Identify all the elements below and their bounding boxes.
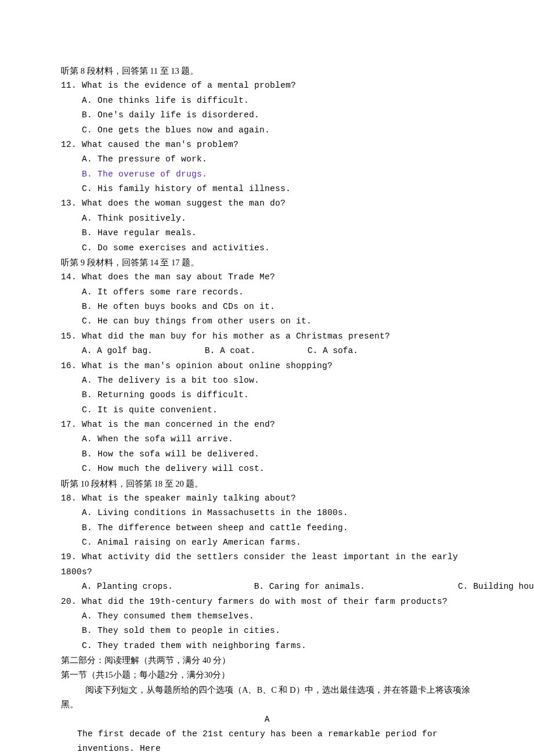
q16-stem: 16. What is the man's opinion about onli…: [61, 359, 473, 373]
part2-subheading: 第一节（共15小题；每小题2分，满分30分）: [61, 668, 473, 682]
q18-option-c: C. Animal raising on early American farm…: [61, 535, 473, 550]
q15-option-c: C. A sofa.: [308, 344, 358, 358]
q20-stem: 20. What did the 19th-century farmers do…: [61, 595, 473, 609]
q11-option-c: C. One gets the blues now and again.: [61, 123, 473, 138]
q20-option-c: C. They traded them with neighboring far…: [61, 639, 473, 653]
q19-option-b: B. Caring for animals.: [254, 579, 365, 594]
q13-option-b: B. Have regular meals.: [61, 226, 473, 240]
q17-option-c: C. How much the delivery will cost.: [61, 462, 473, 476]
q15-option-b: B. A coat.: [205, 344, 255, 358]
q18-stem: 18. What is the speaker mainly talking a…: [61, 491, 473, 506]
q12-option-c: C. His family history of mental illness.: [61, 182, 473, 196]
q11-stem: 11. What is the evidence of a mental pro…: [61, 78, 473, 93]
q12-option-b: B. The overuse of drugs.: [61, 167, 473, 182]
q16-option-a: A. The delivery is a bit too slow.: [61, 373, 473, 388]
section-8-intro: 听第 8 段材料，回答第 11 至 13 题。: [61, 64, 473, 78]
q11-option-a: A. One thinks life is difficult.: [61, 93, 473, 108]
part2-heading: 第二部分：阅读理解（共两节，满分 40 分）: [61, 653, 473, 668]
q16-option-c: C. It is quite convenient.: [61, 403, 473, 417]
q17-stem: 17. What is the man concerned in the end…: [61, 417, 473, 432]
q19-option-c: C. Building houses.: [458, 579, 534, 594]
q13-stem: 13. What does the woman suggest the man …: [61, 196, 473, 211]
passage-a-label: A: [61, 712, 473, 727]
q20-option-b: B. They sold them to people in cities.: [61, 624, 473, 638]
section-10-intro: 听第 10 段材料，回答第 18 至 20 题。: [61, 477, 473, 491]
q18-option-b: B. The difference between sheep and catt…: [61, 521, 473, 535]
q14-stem: 14. What does the man say about Trade Me…: [61, 270, 473, 285]
q14-option-b: B. He often buys books and CDs on it.: [61, 300, 473, 314]
q11-option-b: B. One's daily life is disordered.: [61, 108, 473, 123]
q16-option-b: B. Returning goods is difficult.: [61, 388, 473, 402]
q19-option-a: A. Planting crops.: [82, 579, 173, 594]
passage-a-first-line: The first decade of the 21st century has…: [61, 727, 473, 756]
q15-options-row: A. A golf bag. B. A coat. C. A sofa.: [61, 344, 473, 358]
q13-option-c: C. Do some exercises and activities.: [61, 241, 473, 255]
q15-option-a: A. A golf bag.: [82, 344, 153, 358]
q15-stem: 15. What did the man buy for his mother …: [61, 329, 473, 344]
q13-option-a: A. Think positively.: [61, 211, 473, 226]
q19-options-row: A. Planting crops. B. Caring for animals…: [61, 579, 473, 594]
q17-option-b: B. How the sofa will be delivered.: [61, 447, 473, 462]
q17-option-a: A. When the sofa will arrive.: [61, 432, 473, 447]
q12-stem: 12. What caused the man's problem?: [61, 138, 473, 152]
q18-option-a: A. Living conditions in Massachusetts in…: [61, 506, 473, 520]
q14-option-c: C. He can buy things from other users on…: [61, 314, 473, 329]
q14-option-a: A. It offers some rare records.: [61, 285, 473, 300]
section-9-intro: 听第 9 段材料，回答第 14 至 17 题。: [61, 255, 473, 270]
q19-stem: 19. What activity did the settlers consi…: [61, 550, 473, 579]
q20-option-a: A. They consumed them themselves.: [61, 609, 473, 624]
part2-instructions: 阅读下列短文，从每题所给的四个选项（A、B、C 和 D）中，选出最佳选项，并在答…: [61, 683, 473, 712]
q12-option-a: A. The pressure of work.: [61, 152, 473, 167]
